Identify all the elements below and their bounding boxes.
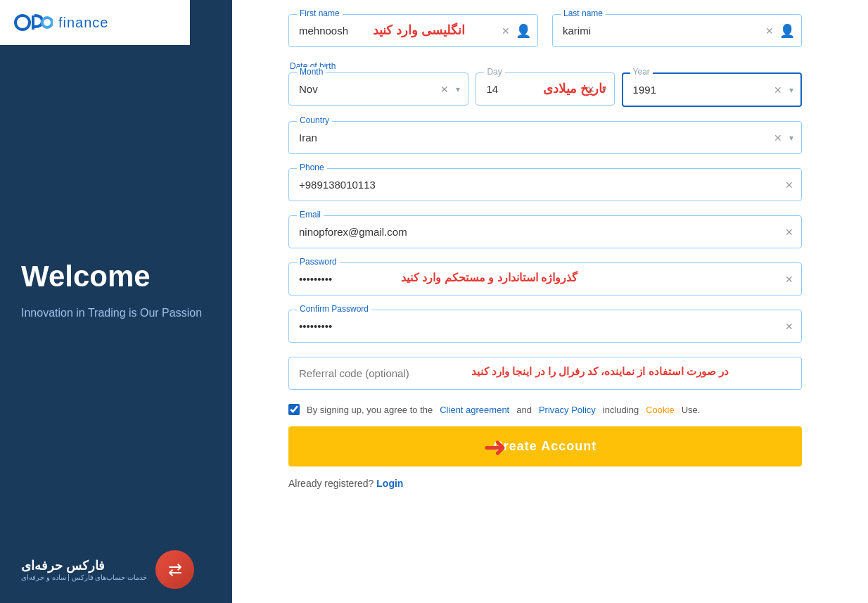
bottom-branding: فارکس حرفه‌ای خدمات حساب‌های فارکس | ساد… [0, 536, 232, 603]
password-label: Password [297, 257, 340, 267]
welcome-title: Welcome [21, 260, 211, 293]
svg-point-0 [15, 15, 30, 30]
dob-section: Date of birth Month ✕ ▾ تاریخ میلادی [288, 61, 802, 107]
person-icon-2: 👤 [779, 23, 795, 39]
confirm-password-actions: ✕ [784, 319, 795, 334]
annotation-password: گذرواژه استاندارد و مستحکم وارد کنید [401, 271, 577, 284]
person-icon: 👤 [516, 23, 531, 39]
confirm-password-clear-button[interactable]: ✕ [784, 319, 795, 334]
month-actions: ✕ ▾ [439, 82, 461, 96]
cookie-link[interactable]: Cookie [646, 405, 674, 415]
day-label: Day [484, 67, 504, 77]
terms-checkbox[interactable] [288, 404, 300, 415]
already-registered: Already registered? Login [288, 478, 802, 489]
email-label: Email [297, 210, 324, 220]
country-actions: ✕ ▾ [772, 131, 795, 145]
month-clear-button[interactable]: ✕ [439, 82, 450, 96]
fa-brand-sub: خدمات حساب‌های فارکس | ساده و حرفه‌ای [21, 573, 147, 581]
and-text: and [516, 405, 532, 415]
brand-logo-icon [14, 8, 53, 37]
password-clear-button[interactable]: ✕ [784, 272, 795, 286]
referral-group: در صورت استفاده از نماینده، کد رفرال را … [288, 357, 802, 390]
login-link[interactable]: Login [376, 478, 403, 489]
privacy-policy-link[interactable]: Privacy Policy [539, 405, 596, 415]
last-name-actions: ✕ 👤 [764, 23, 795, 39]
month-dropdown-button[interactable]: ▾ [454, 83, 461, 96]
year-label: Year [630, 67, 653, 77]
phone-input[interactable] [288, 168, 802, 201]
last-name-label: Last name [561, 8, 606, 18]
country-dropdown-button[interactable]: ▾ [788, 132, 795, 144]
last-name-clear-button[interactable]: ✕ [764, 24, 775, 38]
year-clear-button[interactable]: ✕ [772, 83, 784, 97]
phone-clear-button[interactable]: ✕ [784, 178, 795, 192]
email-input[interactable] [288, 215, 802, 248]
svg-rect-1 [32, 15, 34, 30]
confirm-password-label: Confirm Password [297, 304, 371, 314]
first-name-label: First name [297, 8, 343, 18]
create-account-button[interactable]: Create Account [288, 426, 802, 466]
use-text: Use. [682, 405, 701, 415]
left-panel: finance Welcome Innovation in Trading is… [0, 0, 232, 603]
including-text: including [603, 405, 639, 415]
phone-actions: ✕ [784, 178, 795, 192]
year-dropdown-button[interactable]: ▾ [788, 84, 795, 96]
fa-brand-name: فارکس حرفه‌ای [21, 558, 147, 573]
year-group: Year ✕ ▾ [622, 72, 802, 107]
confirm-password-group: Confirm Password ✕ [288, 310, 802, 343]
exchange-arrows-icon: ⇄ [168, 560, 182, 580]
first-name-group: First name انگلیسی وارد کنید ✕ 👤 [288, 14, 538, 47]
annotation-miladi: تاریخ میلادی [543, 81, 606, 96]
country-label: Country [297, 115, 332, 125]
phone-label: Phone [297, 163, 327, 172]
phone-group: Phone ✕ [288, 168, 802, 201]
welcome-content: Welcome Innovation in Trading is Our Pas… [0, 45, 232, 536]
country-input[interactable] [288, 121, 802, 154]
terms-row: By signing up, you agree to the Client a… [288, 404, 802, 415]
dob-fields: Month ✕ ▾ تاریخ میلادی Day [288, 72, 802, 107]
bottom-logo-text: فارکس حرفه‌ای خدمات حساب‌های فارکس | ساد… [21, 558, 147, 581]
terms-text: By signing up, you agree to the [307, 405, 433, 415]
month-group: Month ✕ ▾ تاریخ میلادی [288, 72, 468, 107]
annotation-referral: در صورت استفاده از نماینده، کد رفرال را … [471, 365, 729, 378]
welcome-subtitle: Innovation in Trading is Our Passion [21, 305, 211, 322]
country-group: Country ✕ ▾ [288, 121, 802, 154]
registration-form: First name انگلیسی وارد کنید ✕ 👤 Last na… [288, 14, 802, 489]
annotation-english: انگلیسی وارد کنید [373, 23, 465, 38]
svg-point-2 [42, 18, 52, 27]
month-label: Month [297, 67, 326, 77]
create-account-wrap: ➜ Create Account [288, 426, 802, 466]
name-row: First name انگلیسی وارد کنید ✕ 👤 Last na… [288, 14, 802, 47]
client-agreement-link[interactable]: Client agreement [440, 405, 509, 415]
fa-brand-icon: ⇄ [155, 550, 194, 589]
email-group: Email ✕ [288, 215, 802, 248]
country-clear-button[interactable]: ✕ [772, 131, 784, 145]
first-name-actions: ✕ 👤 [500, 23, 531, 39]
confirm-password-input[interactable] [288, 310, 802, 343]
last-name-group: Last name ✕ 👤 [552, 14, 802, 47]
email-clear-button[interactable]: ✕ [784, 225, 795, 239]
logo-area: finance [0, 0, 232, 45]
password-actions: ✕ [784, 272, 795, 286]
dob-top-label: Date of birth [288, 61, 802, 71]
year-actions: ✕ ▾ [772, 83, 795, 97]
right-panel: First name انگلیسی وارد کنید ✕ 👤 Last na… [232, 0, 868, 603]
logo-text: finance [58, 15, 109, 31]
email-actions: ✕ [784, 225, 795, 239]
logo-svg [14, 8, 53, 37]
already-text: Already registered? [288, 478, 374, 489]
month-select-wrapper: ✕ ▾ [288, 72, 468, 106]
first-name-clear-button[interactable]: ✕ [500, 24, 511, 38]
password-group: Password گذرواژه استاندارد و مستحکم وارد… [288, 262, 802, 296]
